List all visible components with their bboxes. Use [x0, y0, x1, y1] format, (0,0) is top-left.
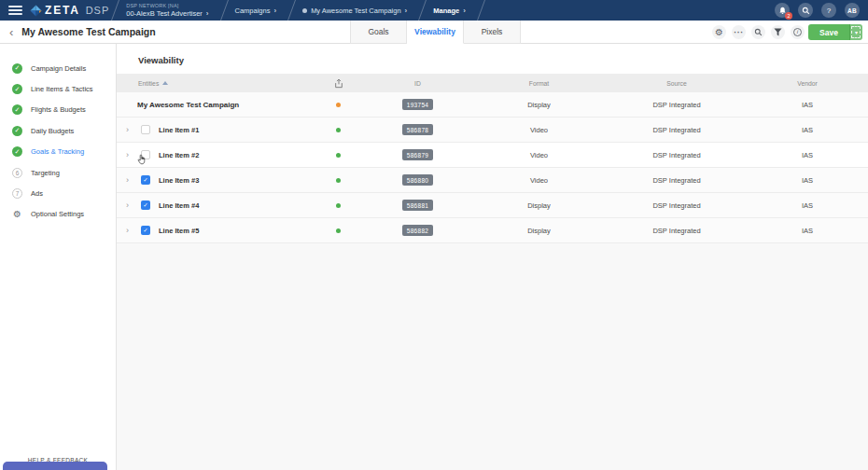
sidebar-item[interactable]: Daily Budgets — [0, 120, 116, 141]
entity-name: Line Item #4 — [159, 201, 199, 210]
notifications-button[interactable]: 2 — [775, 3, 790, 18]
sidebar-item[interactable]: Line Items & Tactics — [0, 78, 116, 99]
tab[interactable]: Pixels — [464, 21, 521, 44]
table-header: Entities ID Format Source Vendor — [117, 74, 868, 92]
tab-bar: Goals Viewability Pixels — [350, 21, 521, 44]
breadcrumb-item[interactable]: My Awesome Test Campaign › — [291, 0, 422, 21]
breadcrumb-item[interactable]: Campaigns › — [224, 0, 292, 21]
page-header: ‹ My Awesome Test Campaign Goals Viewabi… — [0, 21, 868, 44]
format-cell: Video — [471, 176, 607, 185]
status-cell — [313, 203, 364, 208]
breadcrumb-label: 00-AlexB Test Advertiser — [126, 9, 203, 18]
search-icon — [802, 7, 810, 15]
source-cell: DSP Integrated — [607, 101, 747, 109]
id-badge: 193754 — [402, 99, 434, 110]
more-options-button[interactable]: ··· — [732, 25, 746, 39]
sidebar-item[interactable]: Campaign Details — [0, 58, 116, 78]
zeta-diamond-icon — [30, 5, 42, 17]
breadcrumb-dot-icon — [302, 8, 307, 13]
sidebar-item[interactable]: Optional Settings — [0, 204, 116, 225]
tab-label: Pixels — [482, 27, 503, 36]
vendor-cell: IAS — [747, 201, 868, 210]
sidebar-item-label: Daily Budgets — [31, 127, 74, 135]
entities-cell: › Line Item #5 — [117, 226, 313, 235]
vendor-cell: IAS — [747, 126, 868, 134]
hamburger-menu-icon[interactable] — [8, 6, 22, 15]
id-cell: 586878 — [364, 124, 471, 135]
breadcrumb-item[interactable]: Manage › — [422, 0, 481, 21]
tab[interactable]: Goals — [350, 21, 407, 44]
row-checkbox[interactable] — [141, 175, 150, 185]
step-status-icon: 6 — [12, 168, 22, 178]
format-cell: Display — [471, 201, 607, 210]
chevron-right-icon: › — [405, 7, 408, 15]
entities-cell: › Line Item #3 — [117, 175, 313, 185]
status-dot — [336, 128, 341, 132]
row-checkbox[interactable] — [141, 150, 150, 159]
search-button[interactable] — [798, 3, 813, 18]
row-expand-chevron-icon[interactable]: › — [126, 175, 134, 185]
breadcrumb-item[interactable]: DSP NETWORK [NA] 00-AlexB Test Advertise… — [115, 0, 223, 21]
table-row[interactable]: › Line Item #5 586882 Display DSP Integr… — [117, 218, 868, 243]
settings-button[interactable]: ⚙ — [712, 25, 726, 39]
info-icon: i — [793, 28, 802, 36]
search-icon — [754, 28, 763, 36]
row-expand-chevron-icon[interactable]: › — [126, 200, 134, 210]
help-button[interactable]: ? — [821, 3, 836, 18]
page-title: My Awesome Test Campaign — [21, 26, 155, 37]
column-header-source: Source — [607, 80, 747, 87]
entities-cell: › Line Item #2 — [117, 150, 313, 159]
format-cell: Video — [471, 151, 607, 159]
user-avatar[interactable]: AB — [845, 3, 860, 18]
table-row[interactable]: › Line Item #2 586879 Video DSP Integrat… — [117, 143, 868, 168]
funnel-icon — [774, 28, 782, 36]
zeta-dsp-logo[interactable]: ZETA DSP — [30, 4, 109, 17]
top-nav-bar: ZETA DSP DSP NETWORK [NA] 00-AlexB Test … — [0, 0, 868, 21]
filter-button[interactable] — [771, 25, 785, 39]
tab-label: Goals — [368, 27, 388, 36]
status-cell — [313, 103, 364, 107]
question-mark-icon: ? — [827, 7, 831, 15]
row-checkbox[interactable] — [141, 226, 150, 235]
chevron-right-icon: › — [463, 7, 466, 15]
row-checkbox[interactable] — [141, 200, 150, 210]
row-expand-chevron-icon[interactable]: › — [126, 125, 134, 134]
sidebar-item[interactable]: Flights & Budgets — [0, 100, 116, 120]
status-cell — [313, 178, 364, 183]
entity-name: Line Item #5 — [159, 227, 199, 235]
table-row[interactable]: › Line Item #4 586881 Display DSP Integr… — [117, 193, 868, 218]
breadcrumb-label: My Awesome Test Campaign — [311, 7, 400, 15]
table-row[interactable]: › My Awesome Test Campaign 193754 Displa… — [117, 92, 868, 118]
table-row[interactable]: › Line Item #3 586880 Video DSP Integrat… — [117, 168, 868, 193]
entities-header-label: Entities — [138, 80, 159, 87]
source-cell: DSP Integrated — [607, 201, 747, 210]
table-row[interactable]: › Line Item #1 586878 Video DSP Integrat… — [117, 118, 868, 143]
vendor-cell: IAS — [747, 101, 868, 109]
sidebar-item[interactable]: 7 Ads — [0, 183, 116, 203]
column-header-entities[interactable]: Entities — [117, 80, 313, 87]
main-content: Viewability Entities ID Format Source Ve… — [117, 44, 868, 470]
save-button[interactable]: Save — [808, 24, 849, 40]
brand-name: ZETA — [45, 4, 80, 17]
step-status-icon — [12, 104, 22, 115]
sidebar-item-label: Campaign Details — [31, 64, 86, 73]
search-table-button[interactable] — [751, 25, 765, 39]
ellipsis-icon: ··· — [734, 28, 744, 37]
sidebar-item-label: Line Items & Tactics — [31, 85, 93, 93]
info-button[interactable]: i — [791, 25, 805, 39]
feedback-toast[interactable] — [3, 462, 107, 470]
export-button[interactable] — [313, 78, 364, 89]
row-expand-chevron-icon[interactable]: › — [126, 150, 134, 159]
sidebar-item[interactable]: 6 Targeting — [0, 162, 116, 183]
tab[interactable]: Viewability — [407, 21, 464, 44]
row-expand-chevron-icon[interactable]: › — [126, 226, 134, 235]
notification-badge: 2 — [785, 12, 792, 20]
sidebar-item[interactable]: Goals & Tracking — [0, 142, 116, 162]
step-status-icon — [12, 126, 22, 136]
vendor-cell: IAS — [747, 227, 868, 235]
entity-name: My Awesome Test Campaign — [137, 101, 239, 109]
save-dropdown-button[interactable]: ▾ — [849, 24, 862, 40]
id-badge: 586882 — [402, 225, 434, 236]
back-button[interactable]: ‹ — [9, 26, 13, 38]
row-checkbox[interactable] — [141, 125, 150, 134]
